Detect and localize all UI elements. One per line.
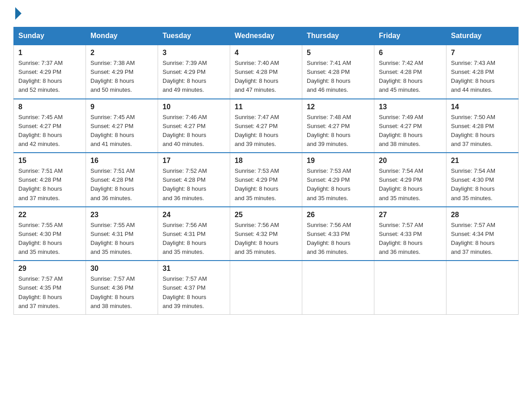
calendar-cell [230, 261, 302, 314]
logo [13, 9, 21, 18]
day-number: 14 [451, 103, 514, 111]
calendar-cell: 26 Sunrise: 7:56 AM Sunset: 4:33 PM Dayl… [302, 207, 374, 261]
weekday-header-sunday: Sunday [14, 27, 86, 45]
day-number: 9 [90, 103, 153, 111]
day-number: 25 [235, 211, 297, 219]
day-number: 2 [90, 49, 153, 57]
calendar-cell: 3 Sunrise: 7:39 AM Sunset: 4:29 PM Dayli… [158, 45, 230, 99]
day-info: Sunrise: 7:55 AM Sunset: 4:30 PM Dayligh… [18, 221, 81, 257]
day-info: Sunrise: 7:43 AM Sunset: 4:28 PM Dayligh… [451, 59, 514, 95]
calendar-cell: 18 Sunrise: 7:53 AM Sunset: 4:29 PM Dayl… [230, 153, 302, 207]
day-info: Sunrise: 7:57 AM Sunset: 4:35 PM Dayligh… [18, 274, 81, 311]
calendar-cell [446, 261, 519, 314]
calendar-cell: 25 Sunrise: 7:56 AM Sunset: 4:32 PM Dayl… [230, 207, 302, 261]
calendar-week-row: 8 Sunrise: 7:45 AM Sunset: 4:27 PM Dayli… [14, 99, 519, 153]
day-info: Sunrise: 7:50 AM Sunset: 4:28 PM Dayligh… [451, 113, 514, 149]
day-info: Sunrise: 7:41 AM Sunset: 4:28 PM Dayligh… [307, 59, 369, 95]
calendar-cell: 2 Sunrise: 7:38 AM Sunset: 4:29 PM Dayli… [86, 45, 158, 99]
day-info: Sunrise: 7:56 AM Sunset: 4:32 PM Dayligh… [235, 221, 297, 257]
calendar-cell [374, 261, 446, 314]
day-info: Sunrise: 7:49 AM Sunset: 4:27 PM Dayligh… [379, 113, 442, 149]
day-number: 18 [235, 157, 297, 165]
day-info: Sunrise: 7:45 AM Sunset: 4:27 PM Dayligh… [90, 113, 153, 149]
weekday-header-friday: Friday [374, 27, 446, 45]
weekday-header-row: SundayMondayTuesdayWednesdayThursdayFrid… [14, 27, 519, 45]
day-number: 6 [379, 49, 442, 57]
calendar-cell: 11 Sunrise: 7:47 AM Sunset: 4:27 PM Dayl… [230, 99, 302, 153]
day-number: 22 [18, 211, 81, 219]
day-number: 4 [235, 49, 297, 57]
day-info: Sunrise: 7:53 AM Sunset: 4:29 PM Dayligh… [307, 167, 369, 203]
calendar-cell: 16 Sunrise: 7:51 AM Sunset: 4:28 PM Dayl… [86, 153, 158, 207]
day-info: Sunrise: 7:51 AM Sunset: 4:28 PM Dayligh… [18, 167, 81, 203]
calendar-table: SundayMondayTuesdayWednesdayThursdayFrid… [13, 27, 519, 315]
calendar-cell: 5 Sunrise: 7:41 AM Sunset: 4:28 PM Dayli… [302, 45, 374, 99]
day-info: Sunrise: 7:39 AM Sunset: 4:29 PM Dayligh… [163, 59, 225, 95]
day-number: 15 [18, 157, 81, 165]
day-number: 23 [90, 211, 153, 219]
calendar-week-row: 22 Sunrise: 7:55 AM Sunset: 4:30 PM Dayl… [14, 207, 519, 261]
day-number: 5 [307, 49, 369, 57]
calendar-cell: 19 Sunrise: 7:53 AM Sunset: 4:29 PM Dayl… [302, 153, 374, 207]
calendar-cell: 10 Sunrise: 7:46 AM Sunset: 4:27 PM Dayl… [158, 99, 230, 153]
day-number: 8 [18, 103, 81, 111]
calendar-cell: 12 Sunrise: 7:48 AM Sunset: 4:27 PM Dayl… [302, 99, 374, 153]
day-info: Sunrise: 7:57 AM Sunset: 4:33 PM Dayligh… [379, 221, 442, 257]
calendar-cell: 7 Sunrise: 7:43 AM Sunset: 4:28 PM Dayli… [446, 45, 519, 99]
day-number: 24 [163, 211, 225, 219]
day-number: 11 [235, 103, 297, 111]
day-info: Sunrise: 7:52 AM Sunset: 4:28 PM Dayligh… [163, 167, 225, 203]
day-number: 16 [90, 157, 153, 165]
day-info: Sunrise: 7:42 AM Sunset: 4:28 PM Dayligh… [379, 59, 442, 95]
weekday-header-wednesday: Wednesday [230, 27, 302, 45]
calendar-cell: 30 Sunrise: 7:57 AM Sunset: 4:36 PM Dayl… [86, 261, 158, 314]
logo-triangle-icon [15, 7, 21, 20]
calendar-cell: 23 Sunrise: 7:55 AM Sunset: 4:31 PM Dayl… [86, 207, 158, 261]
calendar-cell: 14 Sunrise: 7:50 AM Sunset: 4:28 PM Dayl… [446, 99, 519, 153]
calendar-cell: 17 Sunrise: 7:52 AM Sunset: 4:28 PM Dayl… [158, 153, 230, 207]
calendar-cell: 8 Sunrise: 7:45 AM Sunset: 4:27 PM Dayli… [14, 99, 86, 153]
day-number: 10 [163, 103, 225, 111]
day-number: 20 [379, 157, 442, 165]
calendar-cell: 29 Sunrise: 7:57 AM Sunset: 4:35 PM Dayl… [14, 261, 86, 314]
day-info: Sunrise: 7:54 AM Sunset: 4:29 PM Dayligh… [379, 167, 442, 203]
day-info: Sunrise: 7:54 AM Sunset: 4:30 PM Dayligh… [451, 167, 514, 203]
calendar-week-row: 1 Sunrise: 7:37 AM Sunset: 4:29 PM Dayli… [14, 45, 519, 99]
day-number: 17 [163, 157, 225, 165]
calendar-cell: 27 Sunrise: 7:57 AM Sunset: 4:33 PM Dayl… [374, 207, 446, 261]
calendar-cell: 6 Sunrise: 7:42 AM Sunset: 4:28 PM Dayli… [374, 45, 446, 99]
weekday-header-monday: Monday [86, 27, 158, 45]
calendar-cell: 13 Sunrise: 7:49 AM Sunset: 4:27 PM Dayl… [374, 99, 446, 153]
day-number: 31 [163, 265, 225, 273]
day-info: Sunrise: 7:57 AM Sunset: 4:37 PM Dayligh… [163, 274, 225, 311]
day-number: 1 [18, 49, 81, 57]
day-info: Sunrise: 7:57 AM Sunset: 4:34 PM Dayligh… [451, 221, 514, 257]
calendar-cell: 15 Sunrise: 7:51 AM Sunset: 4:28 PM Dayl… [14, 153, 86, 207]
day-info: Sunrise: 7:51 AM Sunset: 4:28 PM Dayligh… [90, 167, 153, 203]
calendar-cell: 20 Sunrise: 7:54 AM Sunset: 4:29 PM Dayl… [374, 153, 446, 207]
day-number: 26 [307, 211, 369, 219]
day-info: Sunrise: 7:47 AM Sunset: 4:27 PM Dayligh… [235, 113, 297, 149]
calendar-cell: 31 Sunrise: 7:57 AM Sunset: 4:37 PM Dayl… [158, 261, 230, 314]
calendar-body: 1 Sunrise: 7:37 AM Sunset: 4:29 PM Dayli… [14, 45, 519, 314]
day-number: 19 [307, 157, 369, 165]
day-number: 7 [451, 49, 514, 57]
calendar-week-row: 15 Sunrise: 7:51 AM Sunset: 4:28 PM Dayl… [14, 153, 519, 207]
calendar-cell: 24 Sunrise: 7:56 AM Sunset: 4:31 PM Dayl… [158, 207, 230, 261]
day-info: Sunrise: 7:56 AM Sunset: 4:31 PM Dayligh… [163, 221, 225, 257]
day-info: Sunrise: 7:37 AM Sunset: 4:29 PM Dayligh… [18, 59, 81, 95]
day-number: 3 [163, 49, 225, 57]
calendar-header: SundayMondayTuesdayWednesdayThursdayFrid… [14, 27, 519, 45]
day-info: Sunrise: 7:46 AM Sunset: 4:27 PM Dayligh… [163, 113, 225, 149]
weekday-header-tuesday: Tuesday [158, 27, 230, 45]
day-number: 30 [90, 265, 153, 273]
day-info: Sunrise: 7:55 AM Sunset: 4:31 PM Dayligh… [90, 221, 153, 257]
calendar-cell: 21 Sunrise: 7:54 AM Sunset: 4:30 PM Dayl… [446, 153, 519, 207]
calendar-cell: 1 Sunrise: 7:37 AM Sunset: 4:29 PM Dayli… [14, 45, 86, 99]
day-number: 21 [451, 157, 514, 165]
day-info: Sunrise: 7:38 AM Sunset: 4:29 PM Dayligh… [90, 59, 153, 95]
day-number: 29 [18, 265, 81, 273]
day-number: 12 [307, 103, 369, 111]
weekday-header-thursday: Thursday [302, 27, 374, 45]
day-info: Sunrise: 7:53 AM Sunset: 4:29 PM Dayligh… [235, 167, 297, 203]
